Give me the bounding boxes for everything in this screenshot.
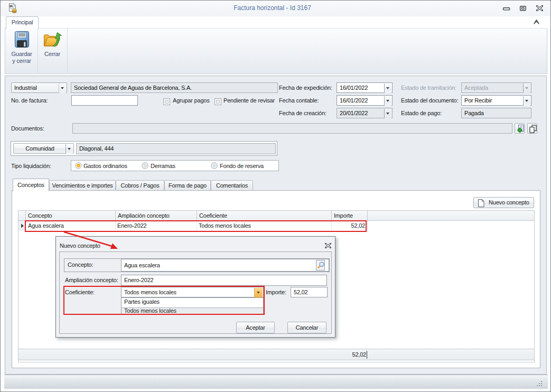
svg-text:H: H	[10, 4, 12, 8]
